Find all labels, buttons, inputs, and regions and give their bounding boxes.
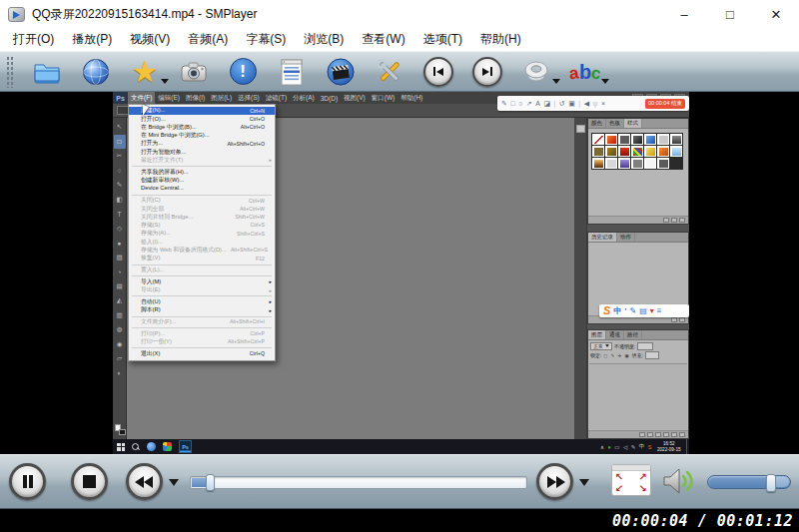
ps-style-swatch: [670, 146, 682, 157]
photoshop-taskbar-icon: Ps: [179, 440, 192, 453]
ps-opacity-field: [637, 342, 653, 350]
recorder-tool-icon: ◪: [543, 100, 550, 107]
recorder-tool-icon: ↗: [526, 100, 532, 107]
fullscreen-button[interactable]: [611, 464, 651, 496]
recording-time-badge: 00:00:04 结束: [645, 99, 685, 109]
chevron-down-icon[interactable]: [161, 79, 169, 84]
ime-icon: ≡: [657, 307, 662, 315]
tray-icon: 中: [639, 443, 645, 450]
menubar-item[interactable]: 选项(T): [414, 28, 471, 51]
ps-panel-tab: 颜色: [588, 119, 606, 128]
start-button-icon: [117, 443, 125, 451]
menubar-item[interactable]: 打开(O): [4, 28, 63, 51]
rewind-menu-arrow[interactable]: [169, 479, 179, 486]
fast-forward-button[interactable]: [536, 463, 573, 500]
seek-slider[interactable]: [190, 476, 527, 489]
ps-opacity-label: 不透明度:: [614, 343, 635, 349]
ps-style-swatch: [605, 134, 617, 145]
ime-icon: S: [603, 305, 610, 316]
ps-panel-footer: [588, 216, 688, 224]
ps-panel-tab: 图层: [588, 330, 606, 339]
ps-menu-item: 窗口(W): [369, 92, 398, 104]
ps-file-menu-item: 打印(P)... Ctrl+P: [129, 330, 275, 338]
mute-button[interactable]: [656, 463, 698, 503]
minimize-button[interactable]: –: [661, 0, 707, 28]
screenshot-button[interactable]: [178, 55, 210, 89]
menubar-item[interactable]: 播放(P): [63, 28, 121, 51]
subtitles-menu-button[interactable]: abc: [569, 55, 601, 89]
toolbar-grip[interactable]: [6, 56, 14, 88]
fullscreen-arrow-icon: [615, 472, 623, 482]
open-url-button[interactable]: [80, 55, 112, 89]
next-button[interactable]: [471, 55, 503, 89]
menubar-item[interactable]: 浏览(B): [295, 28, 353, 51]
volume-slider[interactable]: [707, 475, 791, 489]
menubar-item[interactable]: 字幕(S): [237, 28, 295, 51]
taskbar-clock: 16:52 2022-09-15: [657, 441, 681, 452]
ps-style-swatch: [631, 134, 643, 145]
volume-remainder: [774, 477, 789, 487]
ps-file-menu-item: 在 Mini Bridge 中浏览(G)...: [129, 132, 275, 140]
folder-icon: [32, 57, 62, 87]
preferences-button[interactable]: [374, 55, 405, 89]
ps-style-swatch: [631, 146, 643, 157]
recorder-tool-icon: ◀: [584, 100, 589, 107]
ps-file-menu-item: 新建(N)... Ctrl+N: [129, 107, 275, 115]
playlist-button[interactable]: [276, 55, 308, 89]
tray-icon: ∧: [600, 444, 604, 450]
stop-button[interactable]: [71, 463, 108, 500]
toolbar: ★ !: [0, 51, 799, 92]
open-file-button[interactable]: [31, 55, 63, 89]
ps-styles-panel: 颜色色板样式: [587, 118, 689, 225]
menubar-item[interactable]: 帮助(H): [471, 28, 530, 51]
ps-file-menu-item: 共享我的屏幕(H)...: [129, 169, 275, 177]
ps-file-menu-item: 自动(U): [129, 298, 275, 306]
menubar-item[interactable]: 查看(W): [353, 28, 413, 51]
globe-icon: [81, 57, 111, 87]
recorder-tool-icon: ×: [601, 100, 605, 107]
ps-menu-item: 分析(A): [290, 92, 318, 104]
windows-taskbar: Ps ∧●▭◁✎中S 16:52 2022-09-15: [113, 439, 689, 454]
ime-icon: 中: [613, 307, 621, 315]
tray-icon: S: [648, 444, 652, 450]
status-bar: 00:00:04 / 00:01:12: [0, 509, 799, 532]
ps-file-menu-item: 脚本(R): [129, 306, 275, 314]
maximize-button[interactable]: □: [707, 0, 753, 28]
chevron-down-icon[interactable]: [552, 79, 560, 84]
search-icon: [132, 443, 140, 451]
menubar-item[interactable]: 视频(V): [121, 28, 179, 51]
favorites-button[interactable]: ★: [129, 55, 161, 89]
ps-style-swatch: [618, 158, 630, 169]
show-desktop-strip: [686, 439, 689, 454]
ps-file-menu-item: 导入(M): [129, 278, 275, 286]
tools-icon: [375, 57, 404, 87]
ps-layers-tabs: 图层通道路径: [588, 330, 688, 340]
ps-file-menu: 新建(N)... Ctrl+N 打开(O)... Ctrl+O 在 Bridge…: [128, 104, 276, 361]
menubar-item[interactable]: 音频(A): [179, 28, 237, 51]
ime-icon: ▾: [650, 307, 654, 315]
video-frame[interactable]: Ps 文件(F) 编辑(E) 图像(I) 图层(L) 选择(S) 滤镜(T) 分…: [113, 92, 689, 454]
audio-menu-button[interactable]: [520, 55, 552, 89]
video-filters-button[interactable]: [325, 55, 357, 89]
recorder-tool-icon: |: [578, 100, 580, 107]
fast-forward-menu-arrow[interactable]: [579, 479, 589, 486]
previous-button[interactable]: [422, 55, 454, 89]
media-info-button[interactable]: !: [227, 55, 259, 89]
rewind-button[interactable]: [126, 463, 163, 500]
system-tray: ∧●▭◁✎中S 16:52 2022-09-15: [600, 439, 689, 454]
close-button[interactable]: ✕: [753, 0, 799, 28]
ps-style-swatch: [618, 146, 630, 157]
ps-menu-item: 滤镜(T): [263, 92, 290, 104]
ps-file-menu-item: 存储(S) Ctrl+S: [129, 222, 275, 230]
ps-menu-item: 编辑(E): [155, 92, 183, 104]
ps-color-chips-wrap: [113, 118, 127, 439]
star-icon: ★: [132, 57, 159, 87]
fullscreen-arrow-icon: [639, 484, 647, 494]
info-icon: !: [230, 58, 257, 85]
pause-button[interactable]: [9, 463, 46, 500]
volume-handle[interactable]: [766, 474, 776, 492]
window-title: QQ录屏20220915163414.mp4 - SMPlayer: [32, 6, 257, 23]
chevron-down-icon[interactable]: [601, 79, 609, 84]
ps-file-menu-item: Device Central...: [129, 185, 275, 193]
seek-handle[interactable]: [206, 474, 215, 491]
